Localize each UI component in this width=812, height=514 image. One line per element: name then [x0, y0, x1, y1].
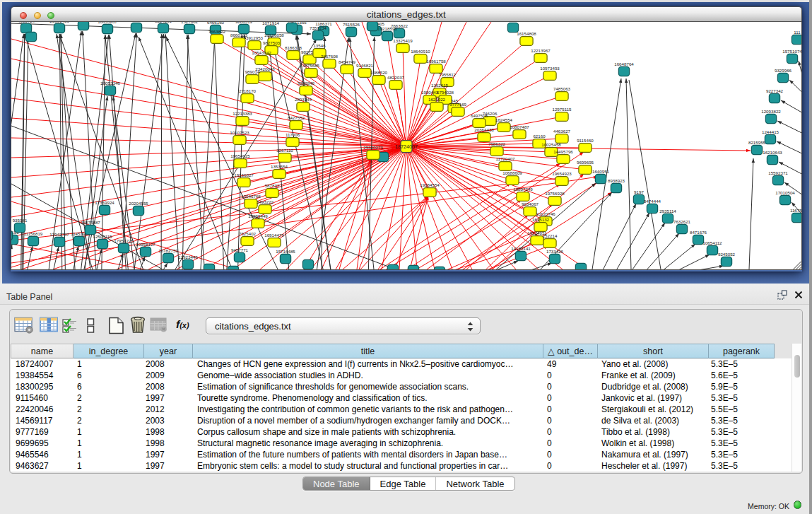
- svg-text:19384554: 19384554: [420, 182, 440, 187]
- svg-text:12942737: 12942737: [49, 232, 69, 237]
- svg-text:62160: 62160: [533, 134, 546, 139]
- svg-text:19654925: 19654925: [230, 153, 250, 158]
- svg-text:10654112: 10654112: [702, 240, 722, 245]
- svg-text:2087682: 2087682: [504, 22, 522, 23]
- svg-text:6497508: 6497508: [470, 113, 488, 118]
- svg-text:1621022: 1621022: [428, 97, 445, 102]
- svg-text:1244415: 1244415: [761, 129, 779, 134]
- svg-text:15716485: 15716485: [276, 249, 295, 254]
- svg-text:1362615: 1362615: [430, 83, 448, 88]
- svg-text:9227342: 9227342: [765, 88, 783, 93]
- svg-text:19756928: 19756928: [545, 191, 565, 196]
- svg-text:2718170: 2718170: [238, 88, 256, 93]
- svg-text:1353554: 1353554: [270, 164, 288, 169]
- svg-text:989014: 989014: [245, 69, 259, 74]
- svg-text:9329966: 9329966: [774, 68, 792, 73]
- svg-text:10973493: 10973493: [540, 66, 560, 71]
- svg-text:935081: 935081: [12, 218, 27, 223]
- svg-text:9242848: 9242848: [297, 81, 314, 86]
- svg-text:13975887: 13975887: [81, 220, 100, 225]
- svg-text:1624554: 1624554: [495, 117, 512, 122]
- svg-text:7515526: 7515526: [342, 22, 360, 27]
- svg-text:1588520: 1588520: [370, 70, 387, 75]
- svg-text:20053346: 20053346: [100, 81, 120, 86]
- svg-text:9827503: 9827503: [262, 40, 280, 45]
- svg-text:16154808: 16154808: [517, 31, 536, 36]
- svg-text:15046768: 15046768: [241, 194, 261, 199]
- svg-text:16782759: 16782759: [158, 248, 178, 253]
- svg-text:1640951: 1640951: [592, 169, 609, 174]
- svg-text:2064973: 2064973: [127, 22, 145, 23]
- svg-text:8454749: 8454749: [338, 59, 355, 64]
- svg-text:9777169: 9777169: [449, 102, 466, 107]
- svg-text:20364436: 20364436: [474, 127, 494, 132]
- svg-text:16210643: 16210643: [763, 150, 782, 155]
- svg-text:8224291: 8224291: [154, 22, 172, 23]
- svg-text:252214: 252214: [542, 233, 557, 238]
- svg-text:3267110: 3267110: [276, 148, 293, 153]
- svg-text:20691406: 20691406: [49, 22, 69, 23]
- svg-text:7357234: 7357234: [309, 25, 326, 30]
- svg-text:13325419: 13325419: [393, 38, 413, 43]
- svg-text:10107523: 10107523: [230, 130, 249, 135]
- svg-text:1990443: 1990443: [420, 90, 438, 95]
- svg-text:17010504: 17010504: [775, 190, 795, 195]
- svg-text:14495796: 14495796: [553, 149, 573, 154]
- svg-text:12923446: 12923446: [178, 255, 198, 259]
- svg-text:12505115: 12505115: [93, 234, 112, 239]
- svg-text:9034067: 9034067: [521, 201, 539, 206]
- svg-text:10807487: 10807487: [510, 124, 529, 129]
- svg-text:18807249: 18807249: [513, 187, 533, 192]
- svg-text:4822037: 4822037: [387, 75, 404, 80]
- svg-text:4463627: 4463627: [553, 129, 570, 134]
- svg-text:16099449: 16099449: [248, 214, 268, 218]
- svg-text:10543342: 10543342: [252, 50, 271, 55]
- svg-text:16914479: 16914479: [264, 233, 284, 238]
- svg-text:17359924: 17359924: [95, 200, 114, 205]
- svg-text:1733426: 1733426: [546, 249, 563, 254]
- svg-text:8660123: 8660123: [230, 33, 247, 37]
- svg-text:2935114: 2935114: [659, 209, 676, 214]
- svg-text:17957225: 17957225: [114, 238, 134, 243]
- svg-text:7955812: 7955812: [438, 72, 456, 77]
- svg-text:15751074: 15751074: [782, 49, 801, 54]
- svg-text:7663822: 7663822: [208, 29, 225, 34]
- svg-text:8186328: 8186328: [284, 45, 302, 50]
- svg-text:9197: 9197: [634, 189, 644, 194]
- svg-text:23226058: 23226058: [264, 33, 284, 37]
- svg-text:8938923: 8938923: [607, 178, 625, 183]
- svg-text:3875685: 3875685: [302, 63, 319, 68]
- svg-text:12213383: 12213383: [233, 111, 252, 116]
- svg-text:12093822: 12093822: [761, 109, 781, 114]
- svg-text:16648764: 16648764: [614, 62, 634, 66]
- svg-text:117006: 117006: [285, 132, 300, 137]
- svg-text:6466160: 6466160: [206, 22, 224, 25]
- svg-text:7632621: 7632621: [673, 219, 690, 224]
- svg-text:587832: 587832: [264, 183, 279, 188]
- svg-text:16033809: 16033809: [282, 22, 302, 23]
- svg-text:116753: 116753: [789, 208, 801, 213]
- svg-text:19654923: 19654923: [552, 171, 572, 176]
- svg-text:16961758: 16961758: [426, 59, 446, 64]
- svg-text:9245052: 9245052: [717, 252, 735, 257]
- svg-text:8427552: 8427552: [287, 115, 305, 120]
- svg-text:10653267: 10653267: [98, 22, 117, 24]
- svg-text:2867608: 2867608: [320, 54, 338, 59]
- svg-text:1527602: 1527602: [180, 22, 198, 24]
- svg-text:11720407: 11720407: [495, 156, 515, 161]
- svg-text:3912953: 3912953: [245, 35, 263, 40]
- svg-text:8471676: 8471676: [689, 230, 707, 235]
- svg-text:9457771: 9457771: [230, 247, 248, 252]
- svg-text:12975115: 12975115: [552, 107, 572, 112]
- svg-text:10120746: 10120746: [536, 211, 555, 216]
- svg-text:12213967: 12213967: [531, 48, 551, 53]
- svg-text:3493222: 3493222: [256, 199, 273, 204]
- svg-text:14136141: 14136141: [511, 246, 531, 251]
- svg-text:19218596: 19218596: [377, 26, 397, 31]
- svg-text:20204555: 20204555: [129, 201, 148, 206]
- svg-text:15592371: 15592371: [768, 170, 788, 175]
- svg-text:7625402: 7625402: [238, 231, 256, 236]
- svg-text:9699695: 9699695: [576, 160, 594, 165]
- svg-text:25300273: 25300273: [363, 145, 383, 150]
- svg-text:9115460: 9115460: [577, 138, 594, 143]
